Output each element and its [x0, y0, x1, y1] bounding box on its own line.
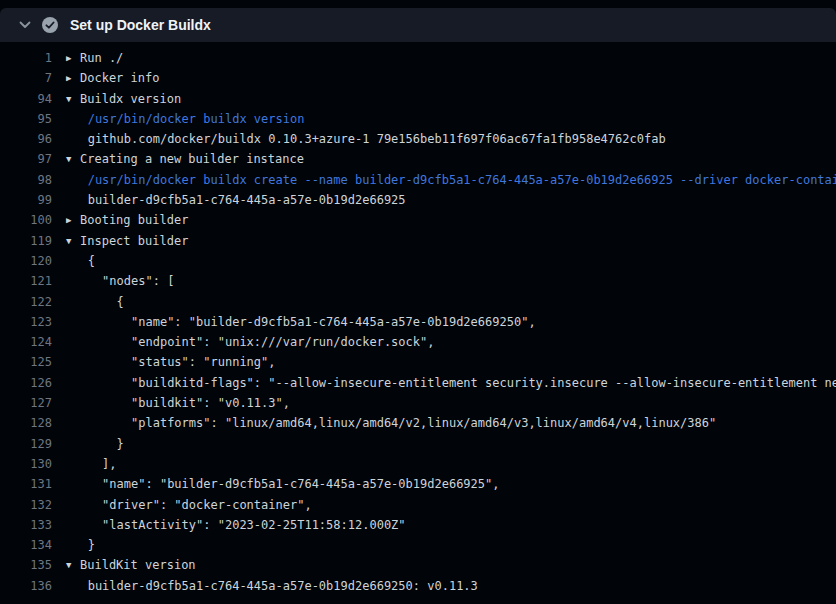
- log-line: 100▶Booting builder: [0, 210, 836, 230]
- line-number[interactable]: 7: [0, 68, 52, 88]
- log-line: 121 "nodes": [: [0, 271, 836, 291]
- log-line: 125 "status": "running",: [0, 352, 836, 372]
- log-group-toggle[interactable]: ▼Inspect builder: [52, 231, 188, 251]
- line-number[interactable]: 1: [0, 48, 52, 68]
- log-line: 95 /usr/bin/docker buildx version: [0, 109, 836, 129]
- log-output-text: "buildkitd-flags": "--allow-insecure-ent…: [52, 373, 836, 393]
- log-line: 134 }: [0, 535, 836, 555]
- log-line: 135▼BuildKit version: [0, 555, 836, 575]
- step-title: Set up Docker Buildx: [70, 17, 211, 33]
- step-header[interactable]: Set up Docker Buildx: [0, 8, 836, 42]
- log-line: 7▶Docker info: [0, 68, 836, 88]
- log-output-text: }: [52, 535, 95, 555]
- log-group-toggle[interactable]: ▶Booting builder: [52, 210, 188, 230]
- log-line: 1▶Run ./: [0, 48, 836, 68]
- log-output-text: "buildkit": "v0.11.3",: [52, 393, 290, 413]
- log-line: 98 /usr/bin/docker buildx create --name …: [0, 170, 836, 190]
- log-group-toggle[interactable]: ▼Creating a new builder instance: [52, 149, 304, 169]
- log-output-text: "nodes": [: [52, 271, 174, 291]
- log-line: 126 "buildkitd-flags": "--allow-insecure…: [0, 373, 836, 393]
- log-line: 96 github.com/docker/buildx 0.10.3+azure…: [0, 129, 836, 149]
- caret-down-icon[interactable]: ▼: [66, 89, 80, 109]
- log-output-text: ],: [52, 454, 117, 474]
- log-output-text: "name": "builder-d9cfb5a1-c764-445a-a57e…: [52, 312, 536, 332]
- log-output-text: "status": "running",: [52, 352, 276, 372]
- log-viewer: 1▶Run ./7▶Docker info94▼Buildx version95…: [0, 42, 836, 596]
- caret-down-icon[interactable]: ▼: [66, 149, 80, 169]
- log-line: 94▼Buildx version: [0, 89, 836, 109]
- chevron-down-icon[interactable]: [18, 18, 32, 32]
- line-number[interactable]: 122: [0, 292, 52, 312]
- caret-down-icon[interactable]: ▼: [66, 555, 80, 575]
- caret-right-icon[interactable]: ▶: [66, 210, 80, 230]
- log-line: 131 "name": "builder-d9cfb5a1-c764-445a-…: [0, 474, 836, 494]
- line-number[interactable]: 131: [0, 474, 52, 494]
- log-output-text: "driver": "docker-container",: [52, 495, 312, 515]
- log-output-text: {: [52, 251, 95, 271]
- log-line: 127 "buildkit": "v0.11.3",: [0, 393, 836, 413]
- line-number[interactable]: 136: [0, 576, 52, 596]
- log-output-text: github.com/docker/buildx 0.10.3+azure-1 …: [52, 129, 666, 149]
- line-number[interactable]: 124: [0, 332, 52, 352]
- line-number[interactable]: 127: [0, 393, 52, 413]
- log-group-label: Buildx version: [80, 92, 181, 106]
- line-number[interactable]: 94: [0, 89, 52, 109]
- line-number[interactable]: 130: [0, 454, 52, 474]
- log-line: 128 "platforms": "linux/amd64,linux/amd6…: [0, 413, 836, 433]
- log-output-text: {: [52, 292, 124, 312]
- log-group-toggle[interactable]: ▶Run ./: [52, 48, 123, 68]
- log-line: 132 "driver": "docker-container",: [0, 495, 836, 515]
- caret-right-icon[interactable]: ▶: [66, 48, 80, 68]
- line-number[interactable]: 129: [0, 434, 52, 454]
- line-number[interactable]: 98: [0, 170, 52, 190]
- log-output-text: "endpoint": "unix:///var/run/docker.sock…: [52, 332, 434, 352]
- log-command-text: /usr/bin/docker buildx create --name bui…: [52, 170, 836, 190]
- line-number[interactable]: 126: [0, 373, 52, 393]
- log-line: 124 "endpoint": "unix:///var/run/docker.…: [0, 332, 836, 352]
- line-number[interactable]: 95: [0, 109, 52, 129]
- log-output-text: }: [52, 434, 124, 454]
- log-line: 136 builder-d9cfb5a1-c764-445a-a57e-0b19…: [0, 576, 836, 596]
- log-output-text: builder-d9cfb5a1-c764-445a-a57e-0b19d2e6…: [52, 190, 406, 210]
- log-group-toggle[interactable]: ▼Buildx version: [52, 89, 181, 109]
- log-group-label: Run ./: [80, 51, 123, 65]
- line-number[interactable]: 132: [0, 495, 52, 515]
- log-group-toggle[interactable]: ▶Docker info: [52, 68, 159, 88]
- log-group-label: Inspect builder: [80, 234, 188, 248]
- log-command-text: /usr/bin/docker buildx version: [52, 109, 304, 129]
- log-line: 130 ],: [0, 454, 836, 474]
- line-number[interactable]: 125: [0, 352, 52, 372]
- log-line: 123 "name": "builder-d9cfb5a1-c764-445a-…: [0, 312, 836, 332]
- log-line: 99 builder-d9cfb5a1-c764-445a-a57e-0b19d…: [0, 190, 836, 210]
- line-number[interactable]: 123: [0, 312, 52, 332]
- line-number[interactable]: 135: [0, 555, 52, 575]
- log-line: 97▼Creating a new builder instance: [0, 149, 836, 169]
- line-number[interactable]: 133: [0, 515, 52, 535]
- line-number[interactable]: 97: [0, 149, 52, 169]
- caret-down-icon[interactable]: ▼: [66, 231, 80, 251]
- log-group-label: BuildKit version: [80, 558, 196, 572]
- log-group-label: Creating a new builder instance: [80, 152, 304, 166]
- line-number[interactable]: 128: [0, 413, 52, 433]
- line-number[interactable]: 120: [0, 251, 52, 271]
- log-line: 122 {: [0, 292, 836, 312]
- line-number[interactable]: 121: [0, 271, 52, 291]
- log-group-toggle[interactable]: ▼BuildKit version: [52, 555, 196, 575]
- line-number[interactable]: 100: [0, 210, 52, 230]
- line-number[interactable]: 96: [0, 129, 52, 149]
- log-line: 133 "lastActivity": "2023-02-25T11:58:12…: [0, 515, 836, 535]
- log-group-label: Docker info: [80, 71, 159, 85]
- log-output-text: builder-d9cfb5a1-c764-445a-a57e-0b19d2e6…: [52, 576, 478, 596]
- log-group-label: Booting builder: [80, 213, 188, 227]
- line-number[interactable]: 99: [0, 190, 52, 210]
- log-output-text: "platforms": "linux/amd64,linux/amd64/v2…: [52, 413, 716, 433]
- line-number[interactable]: 134: [0, 535, 52, 555]
- log-line: 119▼Inspect builder: [0, 231, 836, 251]
- caret-right-icon[interactable]: ▶: [66, 68, 80, 88]
- check-circle-icon: [42, 17, 58, 33]
- log-output-text: "lastActivity": "2023-02-25T11:58:12.000…: [52, 515, 406, 535]
- log-line: 129 }: [0, 434, 836, 454]
- line-number[interactable]: 119: [0, 231, 52, 251]
- log-line: 120 {: [0, 251, 836, 271]
- log-output-text: "name": "builder-d9cfb5a1-c764-445a-a57e…: [52, 474, 499, 494]
